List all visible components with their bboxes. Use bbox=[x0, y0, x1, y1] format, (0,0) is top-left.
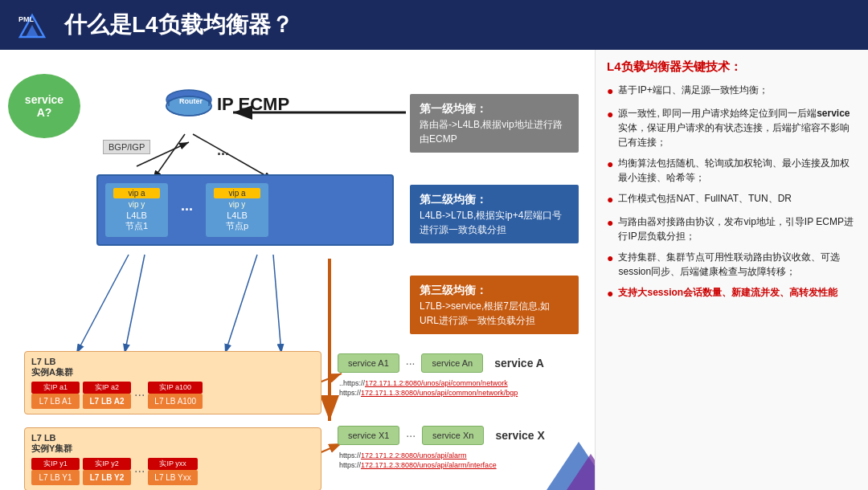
header: PML PML 什么是L4负载均衡器？ bbox=[0, 0, 868, 50]
main-content: service A? Router BGP/IGP ··· IP ECMP vi… bbox=[0, 50, 868, 490]
level3-body: L7LB->service,根据7层信息,如URL进行源一致性负载分担 bbox=[420, 299, 569, 328]
cluster-a-node1-wrap: 实IP a1 L7 LB A1 bbox=[31, 382, 80, 409]
cluster-a-label: L7 LB实例A集群 bbox=[31, 357, 314, 378]
bullet-5: ● bbox=[607, 214, 613, 231]
cluster-y-inner: 实IP y1 L7 LB Y1 实IP y2 L7 LB Y2 ··· 实IP … bbox=[31, 458, 314, 485]
service-a-label: service A bbox=[494, 357, 544, 370]
info-item-7: ● 支持大session会话数量、新建流并发、高转发性能 bbox=[607, 285, 857, 302]
cluster-y-node3: L7 LB Yxx bbox=[148, 470, 197, 485]
svg-text:PML: PML bbox=[18, 15, 35, 23]
service-x-dots: ··· bbox=[406, 429, 416, 442]
bullet-1: ● bbox=[607, 83, 613, 100]
decorative-triangles bbox=[530, 434, 595, 490]
cluster-y-dots: ··· bbox=[134, 464, 145, 479]
l4lb-node-p: vip a vip y L4LB节点p bbox=[205, 182, 269, 238]
bullet-6: ● bbox=[607, 250, 613, 267]
cluster-a-realip3: 实IP a100 bbox=[148, 382, 203, 394]
cluster-y-realip3: 实IP yxx bbox=[148, 458, 197, 470]
cluster-y-node2: L7 LB Y2 bbox=[83, 470, 131, 485]
svg-line-16 bbox=[273, 255, 281, 353]
level1-title: 第一级均衡： bbox=[420, 100, 569, 117]
info-text-1: 基于IP+端口、满足源一致性均衡； bbox=[618, 83, 768, 97]
vip-y-2: vip y bbox=[214, 200, 260, 209]
info-text-3: 均衡算法包括随机、轮询或加权轮询、最小连接及加权最小连接、哈希等； bbox=[618, 156, 857, 185]
info-text-5: 与路由器对接路由协议，发布vip地址，引导IP ECMP进行IP层负载分担； bbox=[618, 214, 857, 243]
service-a1-node: service A1 bbox=[338, 353, 399, 373]
info-item-5: ● 与路由器对接路由协议，发布vip地址，引导IP ECMP进行IP层负载分担； bbox=[607, 214, 857, 243]
cluster-a-dots: ··· bbox=[134, 388, 145, 402]
svg-line-11 bbox=[153, 134, 185, 180]
l4lb-label-p: L4LB节点p bbox=[214, 210, 260, 232]
info-item-3: ● 均衡算法包括随机、轮询或加权轮询、最小连接及加权最小连接、哈希等； bbox=[607, 156, 857, 185]
info-text-7: 支持大session会话数量、新建流并发、高转发性能 bbox=[618, 285, 837, 300]
ip-ecmp-label: IP ECMP bbox=[217, 94, 289, 115]
level1-body: 路由器->L4LB,根据vip地址进行路由ECMP bbox=[420, 117, 569, 146]
info-panel-title: L4负载均衡器关键技术： bbox=[607, 59, 857, 75]
svg-line-12 bbox=[193, 134, 273, 180]
cluster-a-node1: L7 LB A1 bbox=[31, 394, 80, 409]
level1-box: 第一级均衡： 路由器->L4LB,根据vip地址进行路由ECMP bbox=[410, 94, 579, 153]
cluster-y-node1-wrap: 实IP y1 L7 LB Y1 bbox=[31, 458, 80, 485]
service-bubble-line2: A? bbox=[37, 106, 52, 119]
svg-line-13 bbox=[76, 255, 129, 353]
dots-label: ··· bbox=[217, 146, 229, 163]
cluster-y-node2-wrap: 实IP y2 L7 LB Y2 bbox=[83, 458, 131, 485]
logo: PML PML bbox=[16, 9, 48, 41]
cluster-y-node1: L7 LB Y1 bbox=[31, 470, 80, 485]
service-a-bubble: service A? bbox=[8, 74, 80, 138]
service-x-row: service X1 ··· service Xn service X bbox=[338, 426, 545, 445]
svg-line-14 bbox=[125, 255, 145, 353]
vip-a-1: vip a bbox=[113, 188, 160, 198]
level3-box: 第三级均衡： L7LB->service,根据7层信息,如URL进行源一致性负载… bbox=[410, 276, 579, 334]
bullet-3: ● bbox=[607, 156, 613, 173]
svg-line-15 bbox=[225, 255, 257, 353]
level3-title: 第三级均衡： bbox=[420, 282, 569, 299]
bullet-7: ● bbox=[607, 285, 613, 302]
cluster-a-node2: L7 LB A2 bbox=[83, 394, 131, 409]
cluster-a-inner: 实IP a1 L7 LB A1 实IP a2 L7 LB A2 ··· 实IP … bbox=[31, 382, 314, 409]
info-item-2: ● 源一致性, 即同一用户请求始终定位到同一后端service实体，保证用户请求… bbox=[607, 106, 857, 149]
level2-box: 第二级均衡： L4LB->L7LB,根据实ip+4层端口号进行源一致负载分担 bbox=[410, 185, 579, 243]
service-an-node: service An bbox=[421, 353, 483, 373]
cluster-a: L7 LB实例A集群 实IP a1 L7 LB A1 实IP a2 L7 LB … bbox=[24, 351, 321, 414]
info-item-1: ● 基于IP+端口、满足源一致性均衡； bbox=[607, 83, 857, 100]
service-group-x: service X1 ··· service Xn service X http… bbox=[338, 426, 545, 469]
cluster-a-realip1: 实IP a1 bbox=[31, 382, 80, 394]
cluster-y-label: L7 LB实例Y集群 bbox=[31, 433, 314, 455]
vip-a-2: vip a bbox=[214, 188, 260, 198]
service-group-a: service A1 ··· service An service A ..ht… bbox=[338, 353, 544, 397]
level2-body: L4LB->L7LB,根据实ip+4层端口号进行源一致负载分担 bbox=[420, 208, 569, 237]
l4lb-node-1: vip a vip y L4LB节点1 bbox=[104, 182, 169, 238]
router-icon: Router bbox=[165, 84, 213, 128]
service-xn-node: service Xn bbox=[422, 426, 484, 445]
service-x1-node: service X1 bbox=[338, 426, 399, 445]
service-bubble-line1: service bbox=[25, 93, 63, 106]
info-item-4: ● 工作模式包括NAT、FullNAT、TUN、DR bbox=[607, 191, 857, 208]
service-a-url2: https://172.171.1.3:8080/unos/api/common… bbox=[339, 389, 544, 397]
diagram-area: service A? Router BGP/IGP ··· IP ECMP vi… bbox=[0, 50, 595, 490]
bgp-igp-label: BGP/IGP bbox=[103, 140, 150, 154]
bullet-2: ● bbox=[607, 106, 613, 123]
level-boxes: 第一级均衡： 路由器->L4LB,根据vip地址进行路由ECMP 第二级均衡： … bbox=[410, 94, 579, 334]
service-a-row: service A1 ··· service An service A bbox=[338, 353, 544, 373]
l4lb-container: vip a vip y L4LB节点1 ··· vip a vip y L4LB… bbox=[96, 174, 394, 246]
info-item-6: ● 支持集群、集群节点可用性联动路由协议收敛、可选session同步、后端健康检… bbox=[607, 250, 857, 279]
cluster-a-node2-wrap: 实IP a2 L7 LB A2 bbox=[83, 382, 131, 409]
l4lb-label-1: L4LB节点1 bbox=[113, 210, 160, 232]
cluster-y-node3-wrap: 实IP yxx L7 LB Yxx bbox=[148, 458, 197, 485]
service-x-url1: https://172.171.2.2:8080/unos/api/alarm bbox=[339, 451, 545, 459]
page-title: 什么是L4负载均衡器？ bbox=[64, 10, 293, 40]
info-panel: L4负载均衡器关键技术： ● 基于IP+端口、满足源一致性均衡； ● 源一致性,… bbox=[595, 50, 868, 490]
service-x-url2: https://172.171.2.3:8080/unos/api/alarm/… bbox=[339, 461, 545, 469]
info-text-2: 源一致性, 即同一用户请求始终定位到同一后端service实体，保证用户请求的有… bbox=[618, 106, 857, 149]
cluster-y: L7 LB实例Y集群 实IP y1 L7 LB Y1 实IP y2 L7 LB … bbox=[24, 427, 321, 490]
bullet-4: ● bbox=[607, 191, 613, 208]
svg-text:Router: Router bbox=[179, 97, 203, 105]
cluster-a-realip2: 实IP a2 bbox=[83, 382, 131, 394]
info-text-6: 支持集群、集群节点可用性联动路由协议收敛、可选session同步、后端健康检查与… bbox=[618, 250, 857, 279]
l4lb-dots: ··· bbox=[181, 202, 193, 218]
cluster-a-node3-wrap: 实IP a100 L7 LB A100 bbox=[148, 382, 203, 409]
cluster-y-realip2: 实IP y2 bbox=[83, 458, 131, 470]
service-a-dots: ··· bbox=[406, 357, 416, 370]
cluster-a-node3: L7 LB A100 bbox=[148, 394, 203, 409]
